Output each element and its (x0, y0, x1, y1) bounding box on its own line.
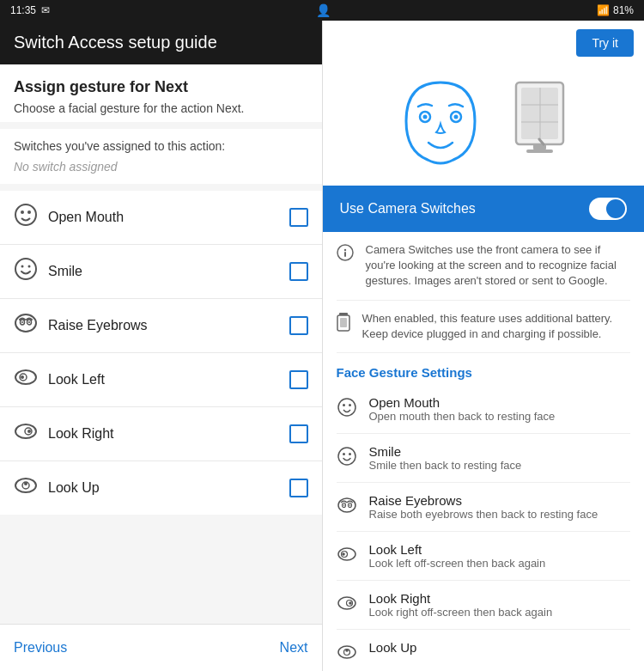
switches-label: Switches you've assigned to this action: (14, 139, 308, 153)
right-gesture-desc-smile: Smile then back to resting face (369, 459, 631, 472)
battery-info-icon (337, 313, 350, 336)
right-gesture-name-raise-eyebrows: Raise Eyebrows (369, 493, 631, 508)
right-gesture-open-mouth[interactable]: Open Mouth Open mouth then back to resti… (337, 385, 631, 434)
svg-point-14 (15, 424, 36, 438)
right-gesture-desc-open-mouth: Open mouth then back to resting face (369, 410, 631, 423)
right-gesture-desc-look-left: Look left off-screen then back again (369, 557, 631, 570)
app-title: Switch Access setup guide (14, 33, 217, 52)
assign-gesture-title: Assign gesture for Next (14, 78, 308, 96)
gesture-item-look-right[interactable]: Look Right (0, 407, 322, 461)
right-raise-eyebrows-icon (337, 495, 357, 520)
open-mouth-icon (14, 203, 48, 232)
gesture-item-smile[interactable]: Smile (0, 245, 322, 299)
svg-point-43 (349, 453, 351, 455)
try-it-button[interactable]: Try it (576, 29, 634, 57)
svg-point-41 (338, 448, 355, 465)
checkbox-smile[interactable] (289, 262, 308, 281)
use-camera-bar[interactable]: Use Camera Switches (323, 186, 645, 232)
info-item-camera: Camera Switches use the front camera to … (337, 232, 631, 301)
right-gesture-raise-eyebrows[interactable]: Raise Eyebrows Raise both eyebrows then … (337, 483, 631, 532)
svg-point-44 (338, 498, 355, 512)
gesture-name-look-up: Look Up (48, 480, 289, 496)
svg-point-42 (343, 453, 345, 455)
svg-point-47 (343, 504, 344, 506)
app-icon: 👤 (316, 3, 331, 17)
right-gesture-look-up[interactable]: Look Up (337, 630, 631, 671)
previous-button[interactable]: Previous (14, 635, 67, 661)
right-gesture-text-smile: Smile Smile then back to resting face (369, 444, 631, 472)
svg-point-1 (21, 210, 24, 214)
svg-point-51 (342, 552, 345, 556)
svg-point-54 (349, 601, 352, 605)
assign-gesture-section: Assign gesture for Next Choose a facial … (0, 64, 322, 122)
svg-point-21 (422, 115, 427, 119)
svg-point-23 (453, 115, 458, 119)
right-gesture-text-look-left: Look Left Look left off-screen then back… (369, 542, 631, 570)
checkbox-open-mouth[interactable] (289, 208, 308, 227)
look-up-icon (14, 473, 48, 503)
right-gesture-name-look-up: Look Up (369, 640, 631, 655)
gesture-item-raise-eyebrows[interactable]: Raise Eyebrows (0, 299, 322, 353)
left-body: Assign gesture for Next Choose a facial … (0, 64, 322, 624)
gesture-name-open-mouth: Open Mouth (48, 210, 289, 225)
right-smile-icon (337, 446, 357, 471)
right-open-mouth-icon (337, 397, 357, 422)
camera-info-text: Camera Switches use the front camera to … (366, 242, 631, 290)
svg-point-3 (15, 259, 36, 279)
svg-point-2 (27, 210, 31, 214)
face-illustration (389, 74, 492, 168)
svg-rect-30 (526, 149, 553, 153)
svg-point-38 (338, 399, 355, 416)
checkbox-look-up[interactable] (289, 479, 308, 497)
status-bar-left: 11:35 ✉ (10, 4, 50, 16)
svg-rect-37 (340, 318, 347, 327)
face-device-container (389, 74, 578, 168)
checkbox-look-right[interactable] (289, 424, 308, 443)
look-right-icon (14, 419, 48, 448)
illustration (323, 65, 645, 186)
svg-point-16 (27, 430, 31, 433)
look-left-icon (14, 365, 48, 394)
camera-info-icon (337, 244, 354, 265)
right-look-left-icon (337, 544, 357, 569)
status-bar-right: 📶 81% (597, 4, 634, 16)
gesture-item-open-mouth[interactable]: Open Mouth (0, 191, 322, 245)
right-gesture-list: Open Mouth Open mouth then back to resti… (323, 385, 645, 671)
app-header: Switch Access setup guide (0, 21, 322, 64)
raise-eyebrows-icon (14, 311, 48, 340)
gesture-item-look-up[interactable]: Look Up (0, 461, 322, 515)
checkbox-raise-eyebrows[interactable] (289, 316, 308, 335)
use-camera-label: Use Camera Switches (340, 201, 476, 217)
svg-point-55 (338, 646, 355, 658)
toggle-knob (606, 199, 625, 218)
right-gesture-name-open-mouth: Open Mouth (369, 395, 631, 410)
switches-section: Switches you've assigned to this action:… (0, 129, 322, 184)
battery-info-text: When enabled, this feature uses addition… (362, 311, 631, 342)
gesture-list: Open Mouth Smile (0, 191, 322, 515)
main-content: Switch Access setup guide Assign gesture… (0, 21, 644, 671)
gesture-item-look-left[interactable]: Look Left (0, 353, 322, 407)
svg-point-13 (21, 375, 24, 379)
camera-toggle[interactable] (589, 198, 627, 220)
right-gesture-desc-look-right: Look right off-screen then back again (369, 606, 631, 619)
right-gesture-smile[interactable]: Smile Smile then back to resting face (337, 434, 631, 483)
next-button[interactable]: Next (280, 635, 308, 661)
svg-point-9 (21, 321, 23, 323)
gesture-name-look-right: Look Right (48, 426, 289, 442)
right-gesture-name-look-right: Look Right (369, 591, 631, 606)
right-look-right-icon (337, 593, 357, 618)
svg-point-10 (28, 321, 30, 323)
right-gesture-look-left[interactable]: Look Left Look left off-screen then back… (337, 532, 631, 581)
svg-point-48 (349, 504, 350, 506)
svg-point-33 (343, 249, 345, 251)
right-gesture-text-raise-eyebrows: Raise Eyebrows Raise both eyebrows then … (369, 493, 631, 521)
gesture-name-smile: Smile (48, 264, 289, 279)
info-item-battery: When enabled, this feature uses addition… (337, 301, 631, 353)
right-look-up-icon (337, 642, 357, 667)
right-gesture-look-right[interactable]: Look Right Look right off-screen then ba… (337, 581, 631, 630)
face-gesture-settings-title: Face Gesture Settings (323, 353, 645, 385)
checkbox-look-left[interactable] (289, 370, 308, 389)
svg-point-39 (343, 404, 345, 406)
svg-point-0 (15, 204, 36, 225)
info-section: Camera Switches use the front camera to … (323, 232, 645, 353)
